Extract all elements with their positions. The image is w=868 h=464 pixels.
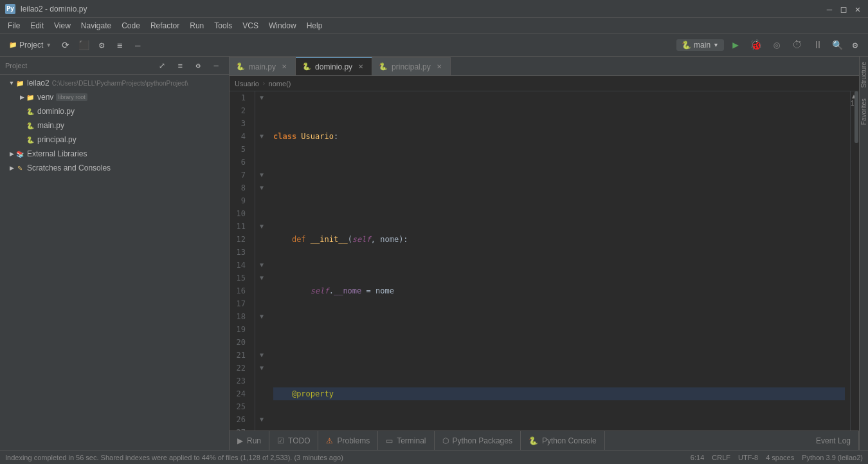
indent[interactable]: 4 spaces bbox=[766, 454, 794, 461]
minimize-button[interactable]: — bbox=[824, 4, 835, 14]
project-close-button[interactable]: — bbox=[208, 58, 224, 73]
toolbar-sync-button[interactable]: ⟳ bbox=[58, 37, 73, 53]
ln-17: 17 bbox=[230, 297, 249, 310]
python-console-tab-label: Python Console bbox=[542, 436, 597, 445]
principal-label: principal.py bbox=[37, 135, 77, 144]
breadcrumb-nome[interactable]: nome() bbox=[269, 80, 291, 88]
event-log-label: Event Log bbox=[816, 436, 851, 445]
tab-dominio-py[interactable]: 🐍 dominio.py ✕ bbox=[296, 57, 372, 75]
menu-code[interactable]: Code bbox=[116, 18, 145, 33]
bottom-tab-todo[interactable]: ☑ TODO bbox=[269, 431, 318, 450]
venv-folder-icon: 📁 bbox=[26, 93, 35, 102]
python-console-tab-icon: 🐍 bbox=[529, 436, 538, 445]
fold-14[interactable]: ▼ bbox=[255, 259, 268, 272]
bottom-tab-python-packages[interactable]: ⬡ Python Packages bbox=[435, 431, 521, 450]
code-content[interactable]: class Usuario: def __init__(self, nome):… bbox=[268, 91, 850, 431]
toolbar-settings-button[interactable]: ≡ bbox=[112, 37, 127, 53]
fold-23 bbox=[255, 375, 268, 387]
pause-button[interactable]: ⏸ bbox=[809, 36, 827, 54]
tree-item-dominio[interactable]: 🐍 dominio.py bbox=[0, 104, 229, 118]
fold-7[interactable]: ▼ bbox=[255, 169, 268, 181]
tab-principal-py[interactable]: 🐍 principal.py ✕ bbox=[372, 57, 451, 75]
tree-item-main[interactable]: 🐍 main.py bbox=[0, 118, 229, 133]
tree-item-external[interactable]: ▶ 📚 External Libraries bbox=[0, 147, 229, 161]
maximize-button[interactable]: □ bbox=[838, 4, 849, 14]
bottom-tab-run[interactable]: ▶ Run bbox=[230, 431, 269, 450]
fold-21[interactable]: ▼ bbox=[255, 349, 268, 362]
search-everywhere-button[interactable]: 🔍 bbox=[829, 37, 845, 53]
breadcrumb-usuario[interactable]: Usuario bbox=[235, 80, 259, 88]
fold-22[interactable]: ▼ bbox=[255, 362, 268, 375]
project-panel: Project ⤢ ≡ ⚙ — ▼ 📁 leilao2 C:\Users\DEL… bbox=[0, 57, 230, 450]
favorites-tab[interactable]: Favorites bbox=[859, 93, 868, 130]
terminal-tab-label: Terminal bbox=[397, 436, 426, 445]
toolbar-right: 🐍 main ▼ ▶ 🐞 ◎ ⏱ ⏸ 🔍 ⚙ bbox=[676, 36, 863, 54]
tree-item-scratches[interactable]: ▶ ✎ Scratches and Consoles bbox=[0, 161, 229, 175]
bottom-tab-terminal[interactable]: ▭ Terminal bbox=[378, 431, 434, 450]
venv-badge: library root bbox=[56, 93, 87, 101]
fold-15[interactable]: ▼ bbox=[255, 272, 268, 284]
project-collapse-all-button[interactable]: ≡ bbox=[172, 58, 188, 73]
ln-27: 27 bbox=[230, 426, 249, 431]
structure-tab[interactable]: Structure bbox=[859, 57, 868, 93]
bottom-tab-event-log[interactable]: Event Log bbox=[808, 431, 859, 450]
tabs-bar: 🐍 main.py ✕ 🐍 dominio.py ✕ 🐍 principal.p… bbox=[230, 57, 859, 76]
problems-tab-icon: ⚠ bbox=[326, 436, 333, 445]
encoding[interactable]: UTF-8 bbox=[738, 454, 758, 461]
run-config-label: main bbox=[694, 41, 710, 50]
project-panel-title: Project bbox=[5, 62, 27, 70]
menu-edit[interactable]: Edit bbox=[25, 18, 49, 33]
principal-py-icon: 🐍 bbox=[26, 135, 35, 144]
app-icon: Py bbox=[5, 4, 15, 14]
menu-file[interactable]: File bbox=[3, 18, 25, 33]
profile-button[interactable]: ⏱ bbox=[788, 36, 806, 54]
fold-1[interactable]: ▼ bbox=[255, 91, 268, 104]
tree-item-root[interactable]: ▼ 📁 leilao2 C:\Users\DELL\PycharmProject… bbox=[0, 76, 229, 90]
fold-25 bbox=[255, 400, 268, 413]
editor-area: 🐍 main.py ✕ 🐍 dominio.py ✕ 🐍 principal.p… bbox=[230, 57, 859, 450]
tab-dominio-py-close[interactable]: ✕ bbox=[356, 62, 365, 71]
project-expand-all-button[interactable]: ⤢ bbox=[154, 58, 170, 73]
tab-dominio-py-icon: 🐍 bbox=[302, 62, 311, 71]
settings-button[interactable]: ⚙ bbox=[847, 37, 863, 53]
bottom-tab-python-console[interactable]: 🐍 Python Console bbox=[521, 431, 605, 450]
menu-window[interactable]: Window bbox=[264, 18, 302, 33]
toolbar-filter-button[interactable]: ⚙ bbox=[94, 37, 109, 53]
todo-tab-label: TODO bbox=[288, 436, 310, 445]
menu-view[interactable]: View bbox=[49, 18, 76, 33]
project-dropdown[interactable]: 📁 Project ▼ bbox=[5, 39, 55, 51]
fold-4[interactable]: ▼ bbox=[255, 130, 268, 143]
bottom-tab-problems[interactable]: ⚠ Problems bbox=[318, 431, 378, 450]
menu-navigate[interactable]: Navigate bbox=[76, 18, 116, 33]
run-config-badge[interactable]: 🐍 main ▼ bbox=[676, 39, 724, 51]
menu-run[interactable]: Run bbox=[185, 18, 209, 33]
menu-help[interactable]: Help bbox=[302, 18, 328, 33]
debug-button[interactable]: 🐞 bbox=[747, 36, 765, 54]
tab-principal-py-close[interactable]: ✕ bbox=[435, 62, 444, 71]
ln-1: 1 bbox=[230, 91, 249, 104]
cursor-position[interactable]: 6:14 bbox=[691, 454, 704, 461]
menu-refactor[interactable]: Refactor bbox=[145, 18, 185, 33]
coverage-button[interactable]: ◎ bbox=[768, 36, 786, 54]
tree-item-venv[interactable]: ▶ 📁 venv library root bbox=[0, 90, 229, 104]
tab-main-py[interactable]: 🐍 main.py ✕ bbox=[230, 57, 296, 75]
python-version[interactable]: Python 3.9 (leilao2) bbox=[802, 454, 863, 461]
toolbar-more-button[interactable]: — bbox=[130, 37, 145, 53]
menu-vcs[interactable]: VCS bbox=[237, 18, 264, 33]
run-button[interactable]: ▶ bbox=[727, 36, 745, 54]
line-separator[interactable]: CRLF bbox=[712, 454, 730, 461]
menu-tools[interactable]: Tools bbox=[209, 18, 237, 33]
fold-18[interactable]: ▼ bbox=[255, 310, 268, 323]
fold-17 bbox=[255, 297, 268, 310]
run-tab-icon: ▶ bbox=[237, 436, 243, 445]
fold-8[interactable]: ▼ bbox=[255, 181, 268, 194]
close-button[interactable]: ✕ bbox=[853, 4, 863, 14]
fold-11[interactable]: ▼ bbox=[255, 220, 268, 233]
code-editor[interactable]: 1 2 3 4 5 6 7 8 9 10 11 12 13 14 15 16 1… bbox=[230, 91, 859, 431]
tab-main-py-close[interactable]: ✕ bbox=[280, 62, 289, 71]
project-filter-button[interactable]: ⚙ bbox=[190, 58, 206, 73]
tree-item-principal[interactable]: 🐍 principal.py bbox=[0, 133, 229, 147]
fold-26[interactable]: ▼ bbox=[255, 413, 268, 426]
toolbar-collapse-button[interactable]: ⬛ bbox=[76, 37, 91, 53]
dominio-label: dominio.py bbox=[37, 107, 75, 116]
